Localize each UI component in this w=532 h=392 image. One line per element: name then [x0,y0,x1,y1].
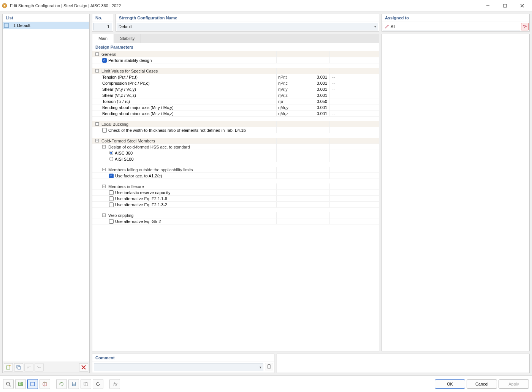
collapse-icon[interactable]: − [95,69,99,73]
checkbox-alt-f2116[interactable] [109,196,114,201]
collapse-icon[interactable]: − [102,145,106,149]
collapse-icon[interactable]: − [95,139,99,142]
name-combo[interactable]: Default ▾ [117,23,378,30]
group-local-buckling[interactable]: −Local Buckling [92,121,379,127]
collapse-icon[interactable]: − [102,168,106,171]
ok-button[interactable]: OK [435,379,465,389]
app-icon [2,3,8,9]
group-cold-formed[interactable]: −Cold-Formed Steel Members [92,138,379,144]
row-width-thickness[interactable]: Check of the width-to-thickness ratio of… [92,127,379,133]
group-web-crippling[interactable]: −Web crippling [92,212,379,218]
svg-line-14 [9,385,11,386]
number-field[interactable]: 1 [93,23,112,30]
delete-button[interactable] [79,363,88,371]
checkbox-width-thickness[interactable] [102,128,107,133]
comment-label: Comment [92,354,274,362]
copy-button[interactable] [14,363,23,371]
svg-marker-26 [98,382,99,383]
radio-aisc360[interactable] [109,151,113,155]
group-members-flexure[interactable]: −Members in flexure [92,183,379,190]
name-label: Strength Configuration Name [116,14,379,22]
parameters-tree: −General Perform stability design −Limit… [92,51,379,224]
row-name: Default [17,23,30,28]
comment-field[interactable]: ▾ [94,364,263,371]
collapse-icon[interactable]: − [102,185,106,188]
apply-button[interactable]: Apply [499,379,529,389]
wand-icon [385,24,389,29]
svg-text:0.0: 0.0 [19,381,23,386]
checkbox-perform-stability[interactable] [102,58,107,63]
limit-row[interactable]: Shear (Vr,z / Vc,z) ηVr,z 0.001 -- [92,92,379,98]
search-icon-button[interactable] [3,379,14,389]
chevron-down-icon: ▾ [260,365,261,369]
checkbox-inelastic-reserve[interactable] [109,190,114,195]
limit-row[interactable]: Shear (Vr,y / Vc,y) ηVr,y 0.001 -- [92,86,379,92]
new-button[interactable] [4,363,13,371]
preview-panel [382,34,530,351]
assigned-value: All [391,24,395,29]
row-alt-f2132[interactable]: Use alternative Eq. F2.1.3-2 [92,202,379,208]
group-members-outside[interactable]: −Members falling outside the applicabili… [92,167,379,173]
svg-marker-20 [59,383,60,385]
limit-row[interactable]: Torsion (τr / τc) ητr 0.050 -- [92,98,379,104]
svg-point-13 [6,382,10,385]
limit-row[interactable]: Compression (Pr,c / Pc,c) ηPr,c 0.001 -- [92,80,379,86]
limit-row[interactable]: Tension (Pr,t / Pc,t) ηPr,t 0.001 -- [92,74,379,80]
assigned-field[interactable]: All [383,23,520,30]
number-label: No. [92,14,113,22]
svg-rect-23 [73,384,75,386]
group-design-cf-hss[interactable]: −Design of cold-formed HSS acc. to stand… [92,144,379,150]
tab-stability[interactable]: Stability [114,34,141,43]
tab-main[interactable]: Main [92,34,114,43]
svg-rect-8 [18,367,21,369]
group-general[interactable]: −General [92,51,379,57]
title-bar: Edit Strength Configuration | Steel Desi… [0,0,532,11]
tool-button-4[interactable] [35,363,44,371]
row-use-factor-a12c[interactable]: Use factor acc. to A1.2(c) [92,173,379,179]
pick-button[interactable] [521,23,529,30]
name-box: Strength Configuration Name Default ▾ [116,14,379,32]
svg-rect-17 [31,382,35,386]
cancel-button[interactable]: Cancel [467,379,497,389]
list-row[interactable]: 1 Default [3,22,89,29]
list-body: 1 Default [3,22,89,362]
chevron-down-icon: ▾ [374,25,376,28]
units-icon-button[interactable]: 0.0 [15,379,26,389]
bottom-toolbar: 0.0 ƒх OK Cancel Apply [0,375,532,392]
collapse-icon[interactable]: − [95,122,99,126]
row-alt-g52[interactable]: Use alternative Eq. G5-2 [92,218,379,224]
row-aisi-s100[interactable]: AISI S100 [92,156,379,162]
checkbox-use-factor-a12c[interactable] [109,174,114,178]
maximize-button[interactable] [496,0,513,11]
save-icon-button[interactable] [68,379,79,389]
group-limit-values[interactable]: −Limit Values for Special Cases [92,68,379,74]
limit-row[interactable]: Bending about minor axis (Mr,z / Mc,z) η… [92,111,379,117]
row-aisc360[interactable]: AISC 360 [92,150,379,156]
list-toolbar [3,362,89,373]
list-panel: List 1 Default [2,14,90,373]
tool-button-3[interactable] [24,363,33,371]
collapse-icon[interactable]: − [102,213,106,217]
checkbox-alt-g52[interactable] [109,219,114,224]
radio-aisi-s100[interactable] [109,157,113,161]
svg-point-1 [4,5,5,6]
comment-box: Comment ▾ [92,354,274,373]
svg-rect-11 [268,365,271,368]
run-icon-button[interactable] [56,379,67,389]
function-icon-button[interactable]: ƒх [109,379,120,389]
row-icon [4,23,9,28]
row-inelastic-reserve[interactable]: Use inelastic reserve capacity [92,190,379,196]
model-icon-button[interactable] [40,379,50,389]
collapse-icon[interactable]: − [95,52,99,56]
minimize-button[interactable] [479,0,496,11]
refresh-icon-button[interactable] [93,379,103,389]
view-icon-button[interactable] [27,379,38,389]
assigned-label: Assigned to [382,14,529,22]
comment-paste-button[interactable] [265,363,273,370]
close-button[interactable] [513,0,530,11]
checkbox-alt-f2132[interactable] [109,202,114,207]
row-perform-stability[interactable]: Perform stability design [92,57,379,63]
copy-icon-button[interactable] [81,379,91,389]
limit-row[interactable]: Bending about major axis (Mr,y / Mc,y) η… [92,104,379,111]
row-alt-f2116[interactable]: Use alternative Eq. F2.1.1-6 [92,196,379,202]
